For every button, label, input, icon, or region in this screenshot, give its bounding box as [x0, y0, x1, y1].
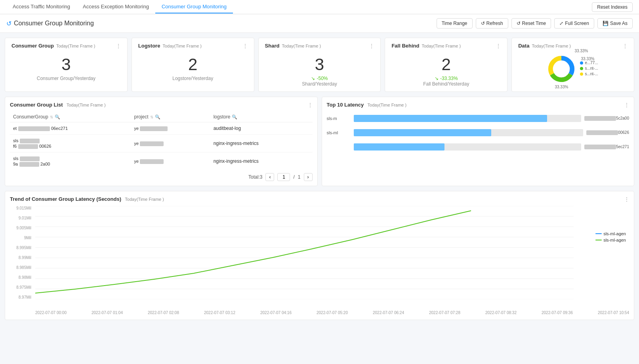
panel-menu-icon[interactable]: ⋮	[624, 102, 629, 108]
shard-card: ShardToday(Time Frame ) ⋮ 3 ↘ -50% Shard…	[258, 38, 381, 92]
top10-latency-panel: Top 10 Latency Today(Time Frame ) ⋮ sls-…	[322, 97, 635, 186]
consumer-group-value: 3	[11, 55, 121, 74]
reset-time-icon: ↺	[517, 21, 521, 26]
card-header: Consumer GroupToday(Time Frame ) ⋮	[11, 43, 121, 49]
sort-icon[interactable]: ⇅	[50, 115, 53, 119]
shard-change: ↘ -50%	[265, 76, 374, 81]
card-menu-icon[interactable]: ⋮	[496, 43, 501, 49]
latency-row: 5ec271	[327, 143, 629, 151]
pie-legend: e...77... s...nt-... s...nt-...	[580, 61, 598, 77]
card-header: LogstoreToday(Time Frame ) ⋮	[138, 43, 248, 49]
consumer-group-table: ConsumerGroup ⇅ 🔍 project ⇅ 🔍	[10, 112, 313, 170]
middle-row: Consumer Group List Today(Time Frame ) ⋮…	[5, 97, 634, 186]
logstore-value: 2	[138, 55, 248, 74]
main-content: Consumer GroupToday(Time Frame ) ⋮ 3 Con…	[0, 33, 639, 325]
search-icon[interactable]: 🔍	[55, 114, 60, 120]
panel-menu-icon[interactable]: ⋮	[624, 196, 629, 202]
card-header: ShardToday(Time Frame ) ⋮	[265, 43, 374, 49]
x-axis-labels: 2022-07-07 00:00 2022-07-07 01:04 2022-0…	[35, 309, 629, 315]
fall-behind-card: Fall BehindToday(Time Frame ) ⋮ 2 ↘ -33.…	[385, 38, 507, 92]
full-screen-button[interactable]: ⤢ Full Screen	[554, 18, 594, 29]
time-range-button[interactable]: Time Range	[437, 18, 473, 29]
consumer-group-label: Consumer Group/Yesterday	[11, 76, 121, 81]
chart-legend: sls-ml-agen sls-ml-agen	[595, 231, 626, 244]
table-row: sls 9a 2a00 ye nginx-ingress-metrics	[10, 152, 313, 170]
top-navigation: Access Traffic Monitoring Access Excepti…	[0, 0, 639, 14]
card-menu-icon[interactable]: ⋮	[243, 43, 248, 49]
card-menu-icon[interactable]: ⋮	[623, 43, 628, 49]
latency-bars: sls-m 5c2a00 sls-ml 00626	[327, 112, 629, 161]
fall-behind-label: Fall Behind/Yesterday	[391, 81, 501, 87]
latency-row: sls-m 5c2a00	[327, 115, 629, 122]
reset-indexes-button[interactable]: Reset Indexes	[592, 2, 633, 12]
table-footer: Total:3 ‹ / 1 ›	[10, 170, 313, 181]
shard-label: Shard/Yesterday	[265, 81, 374, 87]
card-menu-icon[interactable]: ⋮	[369, 43, 374, 49]
search-icon[interactable]: 🔍	[232, 114, 237, 120]
chart-area: 9.015Mil 9.01Mil 9.005Mil 9Mil 8.995Mil …	[10, 206, 629, 309]
panel-menu-icon[interactable]: ⋮	[308, 102, 313, 108]
fullscreen-icon: ⤢	[559, 21, 563, 26]
consumer-group-card: Consumer GroupToday(Time Frame ) ⋮ 3 Con…	[5, 38, 128, 92]
refresh-button[interactable]: ↺ Refresh	[476, 18, 508, 29]
sort-icon[interactable]: ⇅	[150, 115, 153, 119]
prev-page-button[interactable]: ‹	[265, 173, 274, 181]
reset-time-button[interactable]: ↺ Reset Time	[511, 18, 551, 29]
th-logstore: logstore 🔍	[210, 112, 313, 122]
tab-access-exception[interactable]: Access Exception Monitoring	[76, 0, 155, 13]
logstore-card: LogstoreToday(Time Frame ) ⋮ 2 Logstore/…	[132, 38, 254, 92]
card-menu-icon[interactable]: ⋮	[116, 43, 121, 49]
card-header: DataToday(Time Frame ) ⋮	[518, 43, 628, 49]
th-project: project ⇅ 🔍	[131, 112, 210, 122]
panel-header: Top 10 Latency Today(Time Frame ) ⋮	[327, 102, 629, 108]
header-bar: ↺ Consumer Group Monitoring Time Range ↺…	[0, 14, 639, 33]
refresh-icon: ↺	[481, 21, 485, 26]
chart-inner	[35, 206, 574, 299]
consumer-group-list-panel: Consumer Group List Today(Time Frame ) ⋮…	[5, 97, 318, 186]
trend-svg	[35, 206, 574, 299]
tab-consumer-group[interactable]: Consumer Group Monitoring	[155, 0, 233, 13]
latency-row: sls-ml 00626	[327, 129, 629, 136]
down-arrow-icon: ↘	[311, 76, 315, 81]
pie-chart	[547, 55, 575, 83]
next-page-button[interactable]: ›	[304, 173, 313, 181]
fall-behind-value: 2	[442, 55, 451, 74]
save-icon: 💾	[603, 21, 608, 26]
total-pages: 1	[298, 174, 301, 180]
data-pie-card: DataToday(Time Frame ) ⋮ 33.33% 33.33% 3…	[511, 38, 634, 92]
summary-cards-row: Consumer GroupToday(Time Frame ) ⋮ 3 Con…	[5, 38, 634, 92]
page-input[interactable]	[277, 173, 290, 181]
fall-behind-change: ↘ -33.33%	[391, 76, 501, 81]
y-axis-labels: 9.015Mil 9.01Mil 9.005Mil 9Mil 8.995Mil …	[10, 206, 34, 299]
down-arrow-icon: ↘	[435, 76, 439, 81]
shard-value: 3	[315, 55, 324, 74]
save-as-button[interactable]: 💾 Save As	[597, 18, 633, 29]
legend-line-blue	[595, 233, 602, 234]
trend-chart-panel: Trend of Consumer Group Latency (Seconds…	[5, 191, 634, 320]
table-row: sls f6 00626 ye nginx-ingress-metrics	[10, 135, 313, 152]
th-consumer-group: ConsumerGroup ⇅ 🔍	[10, 112, 131, 122]
tab-access-traffic[interactable]: Access Traffic Monitoring	[6, 0, 76, 13]
header-actions: Time Range ↺ Refresh ↺ Reset Time ⤢ Full…	[437, 18, 633, 29]
search-icon[interactable]: 🔍	[155, 114, 160, 120]
logstore-label: Logstore/Yesterday	[138, 76, 248, 81]
page-title: ↺ Consumer Group Monitoring	[6, 20, 94, 27]
total-count: Total:3	[248, 174, 262, 180]
legend-line-green	[595, 240, 602, 240]
consumer-group-icon: ↺	[6, 20, 11, 27]
panel-header: Consumer Group List Today(Time Frame ) ⋮	[10, 102, 313, 108]
card-header: Fall BehindToday(Time Frame ) ⋮	[391, 43, 501, 49]
table-row: et 06ec271 ye auditbeat-log	[10, 122, 313, 135]
chart-panel-header: Trend of Consumer Group Latency (Seconds…	[10, 196, 629, 202]
